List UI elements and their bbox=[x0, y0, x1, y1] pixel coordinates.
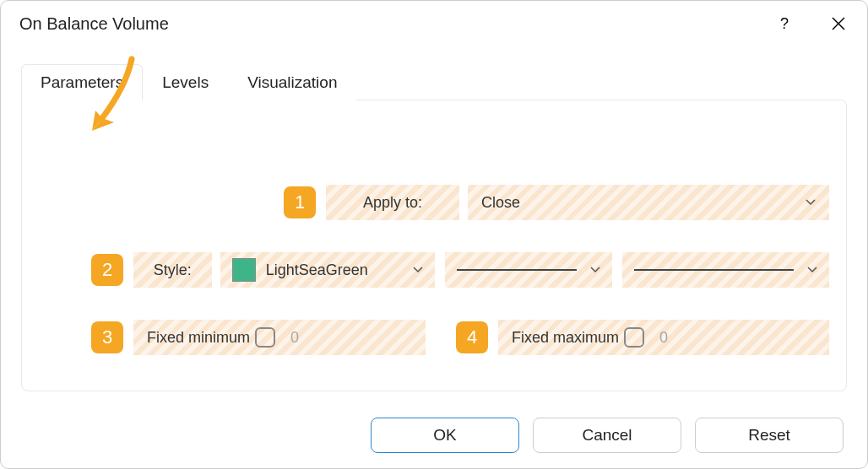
help-icon[interactable]: ? bbox=[774, 13, 795, 34]
apply-to-value: Close bbox=[481, 194, 520, 212]
color-name: LightSeaGreen bbox=[266, 261, 368, 279]
row-apply-to: 1 Apply to: Close bbox=[284, 185, 829, 220]
line-style-select[interactable] bbox=[445, 252, 612, 288]
line-width-preview bbox=[634, 269, 794, 271]
fixed-min-checkbox[interactable] bbox=[255, 327, 275, 348]
ok-button[interactable]: OK bbox=[371, 418, 519, 453]
color-swatch bbox=[232, 258, 256, 282]
apply-to-select[interactable]: Close bbox=[468, 185, 829, 220]
chevron-down-icon bbox=[590, 267, 600, 273]
style-label: Style: bbox=[154, 261, 192, 279]
title-controls: ? bbox=[774, 13, 849, 34]
tabs-container: Parameters Levels Visualization 1 Apply … bbox=[21, 63, 847, 391]
tabs: Parameters Levels Visualization bbox=[21, 63, 847, 100]
dialog-window: On Balance Volume ? Parameters Levels Vi… bbox=[0, 0, 868, 469]
line-width-select[interactable] bbox=[622, 252, 829, 288]
tab-levels[interactable]: Levels bbox=[143, 64, 228, 100]
tab-parameters[interactable]: Parameters bbox=[21, 64, 143, 100]
window-title: On Balance Volume bbox=[19, 14, 169, 34]
chevron-down-icon bbox=[807, 267, 817, 273]
apply-to-label: Apply to: bbox=[363, 194, 422, 212]
apply-to-label-block: Apply to: bbox=[326, 185, 459, 220]
tab-content-parameters: 1 Apply to: Close 2 Style: LightSeaGree bbox=[21, 100, 847, 391]
reset-button[interactable]: Reset bbox=[695, 418, 844, 453]
fixed-min-block: Fixed minimum 0 bbox=[133, 320, 426, 355]
fixed-min-value: 0 bbox=[290, 329, 299, 347]
cancel-button[interactable]: Cancel bbox=[533, 418, 681, 453]
chevron-down-icon bbox=[413, 267, 423, 273]
fixed-max-checkbox[interactable] bbox=[624, 327, 644, 348]
chevron-down-icon bbox=[806, 199, 816, 206]
line-style-preview bbox=[457, 269, 577, 271]
fixed-max-label: Fixed maximum bbox=[512, 329, 619, 347]
fixed-max-value: 0 bbox=[659, 329, 668, 347]
annotation-badge-4: 4 bbox=[456, 321, 488, 353]
tab-visualization[interactable]: Visualization bbox=[228, 64, 356, 100]
annotation-badge-1: 1 bbox=[284, 186, 316, 218]
titlebar: On Balance Volume ? bbox=[1, 1, 867, 46]
row-style: 2 Style: LightSeaGreen bbox=[91, 252, 829, 288]
fixed-max-block: Fixed maximum 0 bbox=[498, 320, 829, 355]
annotation-badge-2: 2 bbox=[91, 254, 123, 286]
annotation-badge-3: 3 bbox=[91, 321, 123, 353]
row-minmax: 3 Fixed minimum 0 4 Fixed maximum 0 bbox=[91, 320, 829, 355]
close-icon[interactable] bbox=[828, 13, 849, 34]
color-select[interactable]: LightSeaGreen bbox=[220, 252, 436, 288]
fixed-min-label: Fixed minimum bbox=[147, 329, 250, 347]
style-label-block: Style: bbox=[133, 252, 212, 288]
dialog-buttons: OK Cancel Reset bbox=[371, 418, 844, 453]
